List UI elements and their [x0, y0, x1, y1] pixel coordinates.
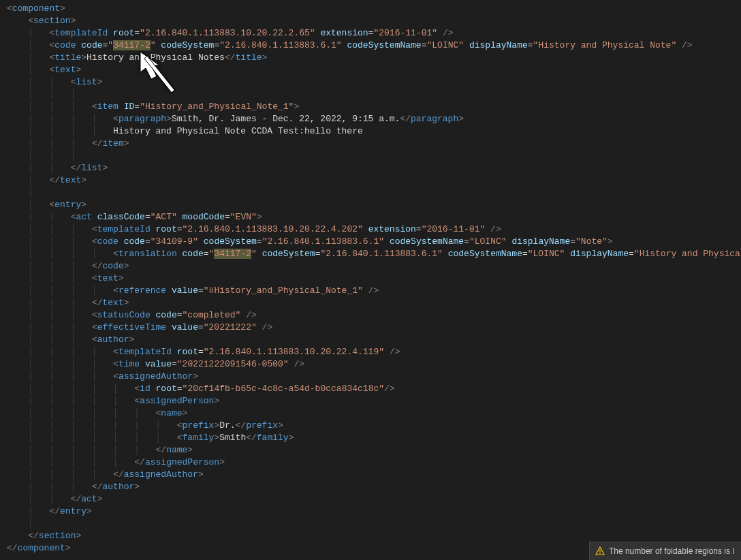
code-line[interactable]: │ │ │ <effectiveTime value="20221222" /> — [7, 322, 734, 334]
code-line[interactable]: │ │ │ </code> — [7, 260, 734, 273]
code-line[interactable]: │ │ <act classCode="ACT" moodCode="EVN"> — [7, 211, 734, 223]
code-line[interactable]: │ │ │ │ │ │ </name> — [7, 444, 734, 456]
code-line[interactable]: │ │ │ │ │ │ <name> — [7, 407, 734, 420]
code-line[interactable]: │ │ │ <statusCode code="completed" /> — [7, 309, 734, 322]
code-line[interactable]: │ │ │ <author> — [7, 334, 734, 346]
code-line[interactable]: │ │ │ │ │ │ │ <prefix>Dr.</prefix> — [7, 420, 734, 432]
code-line[interactable]: │ </entry> — [7, 505, 734, 518]
code-line[interactable]: │ │ │ │ │ <assignedPerson> — [7, 395, 734, 407]
code-line[interactable]: │ │ </act> — [7, 493, 734, 505]
code-line[interactable]: │ │ │ │ <reference value="#History_and_P… — [7, 285, 734, 297]
code-line[interactable]: │ <templateId root="2.16.840.1.113883.10… — [7, 27, 734, 40]
code-line[interactable]: │ │ │ │ History and Physical Note CCDA T… — [7, 125, 734, 138]
code-line[interactable]: │ │ │ — [7, 89, 734, 101]
code-line[interactable]: │ │ │ │ <paragraph>Smith, Dr. James - De… — [7, 113, 734, 125]
code-line[interactable]: │ — [7, 518, 734, 530]
code-line[interactable]: │ │ │ <text> — [7, 273, 734, 285]
code-line[interactable]: │ <entry> — [7, 199, 734, 211]
code-line[interactable]: │ │ │ </text> — [7, 297, 734, 309]
code-line[interactable]: │ │ │ │ <translation code="34117-2" code… — [7, 248, 734, 260]
code-line[interactable]: │ │ │ │ </assignedAuthor> — [7, 469, 734, 481]
code-line[interactable]: │ │ │ │ │ </assignedPerson> — [7, 456, 734, 469]
code-line[interactable]: │ │ │ <templateId root="2.16.840.1.11388… — [7, 223, 734, 236]
code-line[interactable]: </section> — [7, 530, 734, 542]
code-line[interactable]: │ │ │ │ │ │ │ <family>Smith</family> — [7, 432, 734, 444]
code-line[interactable]: │ <code code="34117-2" codeSystem="2.16.… — [7, 40, 734, 52]
code-line[interactable]: │ │ │ │ <templateId root="2.16.840.1.113… — [7, 346, 734, 358]
warning-notification[interactable]: The number of foldable regions is l — [589, 542, 741, 560]
warning-icon — [595, 546, 605, 556]
code-line[interactable]: │ <text> — [7, 64, 734, 76]
code-editor-view[interactable]: <component> <section> │ <templateId root… — [7, 3, 734, 555]
code-line[interactable]: │ │ │ </author> — [7, 481, 734, 493]
code-line[interactable]: │ │ </list> — [7, 162, 734, 174]
code-line[interactable]: <section> — [7, 15, 734, 27]
code-line[interactable]: │ │ │ │ <time value="20221222091546-0500… — [7, 358, 734, 371]
code-line[interactable]: │ │ │ — [7, 150, 734, 162]
code-line[interactable]: │ <title>History and Physical Notes</tit… — [7, 52, 734, 64]
warning-text: The number of foldable regions is l — [609, 545, 734, 557]
svg-point-3 — [599, 553, 601, 554]
code-line[interactable]: │ </text> — [7, 174, 734, 187]
code-line[interactable]: │ │ │ </item> — [7, 138, 734, 150]
code-line[interactable]: │ │ │ <item ID="History_and_Physical_Not… — [7, 101, 734, 113]
code-line[interactable]: │ │ │ <code code="34109-9" codeSystem="2… — [7, 236, 734, 248]
code-line[interactable]: │ │ │ │ <assignedAuthor> — [7, 371, 734, 383]
code-line[interactable]: <component> — [7, 3, 734, 15]
code-line[interactable]: │ — [7, 187, 734, 199]
code-line[interactable]: │ │ <list> — [7, 76, 734, 89]
code-line[interactable]: │ │ │ │ │ <id root="20cf14fb-b65c-4c8c-a… — [7, 383, 734, 395]
